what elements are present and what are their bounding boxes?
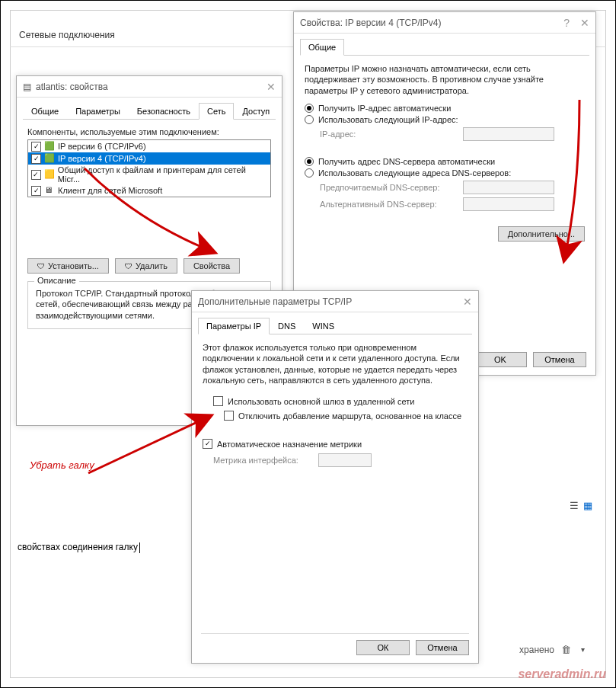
description-title: Описание bbox=[34, 276, 79, 285]
list-item-label: Клиент для сетей Microsoft bbox=[58, 186, 162, 195]
advanced-button[interactable]: Дополнительно... bbox=[498, 226, 585, 242]
components-list[interactable]: 🟩 IP версии 6 (TCP/IPv6) 🟩 IP версии 4 (… bbox=[27, 139, 271, 197]
radio-auto-dns[interactable] bbox=[305, 157, 314, 166]
list-item-label: IP версии 6 (TCP/IPv6) bbox=[58, 142, 146, 151]
tab-security[interactable]: Безопасность bbox=[129, 103, 199, 120]
dns1-label: Предпочитаемый DNS-сервер: bbox=[320, 183, 457, 192]
dns2-label: Альтернативный DNS-сервер: bbox=[320, 200, 457, 209]
properties-button[interactable]: Свойства bbox=[184, 258, 240, 274]
radio-auto-ip[interactable] bbox=[305, 104, 314, 113]
win1-tabs: Общие Параметры Безопасность Сеть Доступ bbox=[23, 102, 276, 120]
win3-title: Дополнительные параметры TCP/IP bbox=[198, 296, 463, 307]
checkbox[interactable] bbox=[31, 170, 41, 180]
dns1-input bbox=[463, 181, 554, 194]
dropdown-icon[interactable]: ▾ bbox=[581, 645, 585, 654]
tab-wins[interactable]: WINS bbox=[304, 318, 343, 334]
ok-button[interactable]: ОК bbox=[356, 640, 410, 655]
list-view-icon[interactable]: ☰ bbox=[570, 500, 579, 511]
metric-input bbox=[318, 453, 372, 467]
win2-tabs: Общие bbox=[300, 38, 589, 56]
app-icon: ▤ bbox=[23, 82, 31, 92]
watermark: serveradmin.ru bbox=[518, 667, 606, 681]
ip-input bbox=[463, 127, 554, 141]
grid-view-icon[interactable]: ▦ bbox=[583, 500, 592, 511]
advanced-tcpip-window: Дополнительные параметры TCP/IP ✕ Параме… bbox=[191, 290, 479, 664]
win1-titlebar: ▤ atlantis: свойства ✕ bbox=[17, 76, 282, 98]
list-item-ipv4[interactable]: 🟩 IP версии 4 (TCP/IPv4) bbox=[28, 152, 270, 165]
win3-titlebar: Дополнительные параметры TCP/IP ✕ bbox=[192, 291, 478, 312]
tab-general[interactable]: Общие bbox=[23, 103, 67, 120]
tab-dns[interactable]: DNS bbox=[270, 318, 304, 334]
list-item-label: IP версии 4 (TCP/IPv4) bbox=[58, 154, 146, 163]
checkbox-label: Использовать основной шлюз в удаленной с… bbox=[228, 397, 415, 406]
components-label: Компоненты, используемые этим подключени… bbox=[27, 127, 271, 136]
radio-label: Использовать следующий IP-адрес: bbox=[318, 115, 458, 124]
close-icon[interactable]: ✕ bbox=[267, 81, 276, 93]
radio-manual-ip[interactable] bbox=[305, 115, 314, 124]
tab-access[interactable]: Доступ bbox=[234, 103, 278, 120]
help-icon[interactable]: ? bbox=[563, 17, 570, 29]
trash-icon[interactable]: 🗑 bbox=[561, 644, 571, 655]
tab-general[interactable]: Общие bbox=[300, 39, 344, 56]
protocol-icon: 🟩 bbox=[44, 141, 55, 152]
route-class-checkbox[interactable] bbox=[224, 411, 234, 421]
checkbox-label: Автоматическое назначение метрики bbox=[217, 440, 362, 449]
install-button[interactable]: Установить... bbox=[27, 258, 109, 274]
radio-label: Получить адрес DNS-сервера автоматически bbox=[318, 157, 495, 166]
remove-button[interactable]: Удалить bbox=[115, 258, 177, 274]
intro-text: Параметры IP можно назначать автоматичес… bbox=[305, 63, 585, 96]
win2-titlebar: Свойства: IP версии 4 (TCP/IPv4) ? ✕ bbox=[294, 12, 595, 34]
intro-text: Этот флажок используется только при одно… bbox=[203, 342, 468, 386]
win3-tabs: Параметры IP DNS WINS bbox=[198, 317, 472, 334]
tab-network[interactable]: Сеть bbox=[199, 103, 234, 120]
list-item-fileshare[interactable]: 🟨 Общий доступ к файлам и принтерам для … bbox=[28, 165, 270, 184]
list-item-ipv6[interactable]: 🟩 IP версии 6 (TCP/IPv6) bbox=[28, 140, 270, 152]
win2-title: Свойства: IP версии 4 (TCP/IPv4) bbox=[300, 18, 563, 28]
radio-manual-dns[interactable] bbox=[305, 168, 314, 178]
protocol-icon: 🟩 bbox=[44, 153, 55, 164]
client-icon: 🖥 bbox=[44, 185, 55, 196]
list-item-msclient[interactable]: 🖥 Клиент для сетей Microsoft bbox=[28, 184, 270, 197]
cancel-button[interactable]: Отмена bbox=[416, 640, 469, 655]
dns2-input bbox=[463, 197, 554, 211]
annotation-remove-check: Убрать галку bbox=[30, 459, 94, 471]
gateway-checkbox[interactable] bbox=[213, 396, 223, 406]
metric-label: Метрика интерфейса: bbox=[213, 456, 312, 465]
radio-label: Получить IP-адрес автоматически bbox=[318, 104, 451, 113]
close-icon[interactable]: ✕ bbox=[580, 17, 589, 29]
close-icon[interactable]: ✕ bbox=[463, 296, 472, 308]
editor-text[interactable]: свойствах соединения галку bbox=[18, 542, 140, 553]
win1-title: atlantis: свойства bbox=[36, 82, 267, 92]
bg-window-title: Сетевые подключения bbox=[19, 30, 115, 40]
tab-ip-params[interactable]: Параметры IP bbox=[198, 318, 270, 334]
checkbox[interactable] bbox=[31, 142, 41, 152]
tab-params[interactable]: Параметры bbox=[67, 103, 129, 120]
view-mode-icons: ☰ ▦ bbox=[570, 500, 592, 511]
radio-label: Использовать следующие адреса DNS-сервер… bbox=[318, 168, 511, 178]
checkbox-label: Отключить добавление маршрута, основанно… bbox=[238, 411, 461, 421]
share-icon: 🟨 bbox=[44, 169, 55, 180]
cancel-button[interactable]: Отмена bbox=[533, 352, 586, 367]
status-saved: хранено bbox=[519, 645, 554, 655]
ip-label: IP-адрес: bbox=[320, 130, 457, 139]
list-item-label: Общий доступ к файлам и принтерам для се… bbox=[58, 165, 267, 184]
auto-metric-checkbox[interactable] bbox=[203, 439, 212, 449]
ok-button[interactable]: OK bbox=[474, 352, 527, 367]
checkbox[interactable] bbox=[31, 186, 41, 196]
checkbox[interactable] bbox=[31, 154, 41, 164]
